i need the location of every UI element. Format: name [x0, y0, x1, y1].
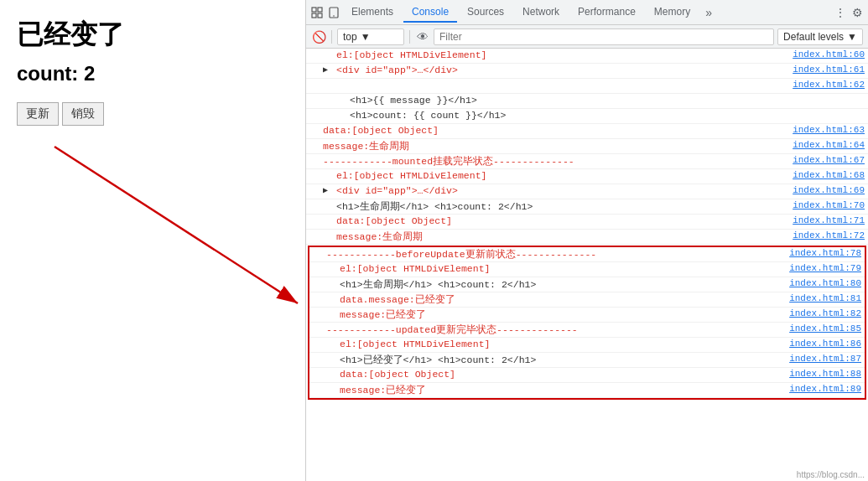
toolbar-separator — [331, 30, 332, 44]
console-lineno[interactable]: index.html:80 — [789, 278, 861, 288]
svg-point-7 — [333, 15, 335, 17]
console-lineno[interactable]: index.html:86 — [789, 339, 861, 349]
tab-network[interactable]: Network — [514, 3, 568, 23]
console-content: <div id="app">…</div> — [333, 185, 786, 196]
console-content: data.message:已经变了 — [336, 293, 782, 306]
context-dropdown-icon: ▼ — [361, 31, 371, 43]
destroy-button[interactable]: 销毁 — [62, 102, 104, 126]
console-content: <h1>count: {{ count }}</h1> — [346, 110, 865, 121]
console-row: index.html:62 — [306, 79, 868, 94]
console-row: message:已经变了index.html:82 — [309, 308, 865, 323]
console-content: <h1>{{ message }}</h1> — [346, 95, 865, 106]
inspect-icon[interactable] — [309, 5, 325, 20]
expand-arrow[interactable]: ▶ — [323, 65, 331, 75]
expand-arrow[interactable]: ▶ — [323, 185, 331, 195]
console-lineno[interactable]: index.html:89 — [789, 384, 861, 394]
clear-console-icon[interactable]: 🚫 — [311, 29, 326, 44]
levels-dropdown-icon: ▼ — [847, 31, 857, 43]
console-row: el:[object HTMLDivElement]index.html:68 — [306, 169, 868, 184]
console-row: ------------mounted挂载完毕状态--------------i… — [306, 154, 868, 169]
console-content: <h1>生命周期</h1> <h1>count: 2</h1> — [333, 200, 786, 213]
console-output[interactable]: el:[object HTMLDivElement]index.html:60▶… — [306, 49, 868, 481]
tab-sources[interactable]: Sources — [459, 3, 512, 23]
button-group: 更新 销毁 — [17, 102, 288, 126]
console-lineno[interactable]: index.html:87 — [789, 354, 861, 364]
console-lineno[interactable]: index.html:81 — [789, 293, 861, 303]
console-content: ------------beforeUpdate更新前状态-----------… — [323, 248, 782, 261]
console-content: data:[object Object] — [320, 125, 786, 136]
highlighted-section: ------------beforeUpdate更新前状态-----------… — [308, 246, 866, 400]
toolbar-separator2 — [409, 30, 410, 44]
console-lineno[interactable]: index.html:82 — [789, 308, 861, 318]
console-row: ------------updated更新完毕状态--------------i… — [309, 323, 865, 338]
console-row: el:[object HTMLDivElement]index.html:79 — [309, 262, 865, 277]
more-options-icon[interactable]: ⋮ — [833, 5, 848, 20]
settings-icon[interactable]: ⚙ — [850, 5, 865, 20]
console-row: data:[object Object]index.html:63 — [306, 124, 868, 139]
console-content: message:已经变了 — [336, 308, 782, 321]
svg-line-1 — [55, 147, 298, 303]
console-lineno[interactable]: index.html:79 — [789, 263, 861, 273]
console-row: message:生命周期index.html:72 — [306, 230, 868, 245]
console-lineno[interactable]: index.html:72 — [793, 230, 865, 240]
console-lineno[interactable]: index.html:67 — [793, 155, 865, 165]
console-row: ▶<div id="app">…</div>index.html:61 — [306, 64, 868, 79]
console-content: data:[object Object] — [336, 369, 782, 380]
console-content: message:生命周期 — [320, 140, 786, 153]
svg-rect-2 — [312, 8, 316, 12]
console-lineno[interactable]: index.html:62 — [793, 80, 865, 90]
console-lineno[interactable]: index.html:68 — [793, 170, 865, 180]
log-levels-selector[interactable]: Default levels ▼ — [777, 28, 863, 45]
console-content: data:[object Object] — [333, 215, 786, 226]
console-lineno[interactable]: index.html:63 — [793, 125, 865, 135]
tab-memory[interactable]: Memory — [646, 3, 699, 23]
console-row: data:[object Object]index.html:71 — [306, 215, 868, 230]
page-count: count: 2 — [17, 62, 288, 85]
levels-label: Default levels — [783, 31, 844, 43]
console-lineno[interactable]: index.html:69 — [793, 185, 865, 195]
console-content: <h1>生命周期</h1> <h1>count: 2</h1> — [336, 278, 782, 291]
console-lineno[interactable]: index.html:64 — [793, 140, 865, 150]
console-content: <h1>已经变了</h1> <h1>count: 2</h1> — [336, 354, 782, 366]
console-content: ------------mounted挂载完毕状态-------------- — [320, 155, 786, 168]
more-tabs-icon[interactable]: » — [700, 3, 717, 23]
watermark: https://blog.csdn... — [797, 470, 865, 479]
devtools-tabbar: Elements Console Sources Network Perform… — [306, 0, 868, 25]
console-row: message:已经变了index.html:89 — [309, 383, 865, 398]
console-row: ▶<div id="app">…</div>index.html:69 — [306, 184, 868, 199]
page-title: 已经变了 — [17, 17, 288, 54]
console-lineno[interactable]: index.html:78 — [789, 248, 861, 258]
console-lineno[interactable]: index.html:61 — [793, 65, 865, 75]
console-row: ------------beforeUpdate更新前状态-----------… — [309, 247, 865, 262]
context-value: top — [343, 31, 357, 43]
tab-console[interactable]: Console — [403, 3, 457, 23]
console-content: el:[object HTMLDivElement] — [333, 49, 786, 60]
console-content: <div id="app">…</div> — [333, 65, 786, 75]
console-lineno[interactable]: index.html:88 — [789, 369, 861, 379]
eye-icon[interactable]: 👁 — [415, 29, 430, 44]
console-lineno[interactable]: index.html:71 — [793, 215, 865, 225]
console-lineno[interactable]: index.html:85 — [789, 323, 861, 334]
console-row: el:[object HTMLDivElement]index.html:86 — [309, 338, 865, 353]
svg-rect-5 — [318, 13, 322, 18]
console-lineno[interactable]: index.html:70 — [793, 200, 865, 210]
console-row: <h1>count: {{ count }}</h1> — [306, 109, 868, 124]
tab-elements[interactable]: Elements — [343, 3, 402, 23]
console-row: <h1>{{ message }}</h1> — [306, 94, 868, 109]
context-selector[interactable]: top ▼ — [337, 28, 404, 45]
filter-input[interactable] — [434, 28, 774, 45]
console-row: <h1>生命周期</h1> <h1>count: 2</h1>index.htm… — [309, 277, 865, 292]
console-content: el:[object HTMLDivElement] — [336, 263, 782, 274]
console-row: data.message:已经变了index.html:81 — [309, 292, 865, 308]
devtools-panel: Elements Console Sources Network Perform… — [306, 0, 868, 481]
tab-performance[interactable]: Performance — [569, 3, 644, 23]
console-lineno[interactable]: index.html:60 — [793, 49, 865, 59]
console-content: message:生命周期 — [333, 230, 786, 243]
svg-rect-3 — [318, 8, 322, 12]
update-button[interactable]: 更新 — [17, 102, 59, 126]
console-content: el:[object HTMLDivElement] — [336, 339, 782, 349]
console-row: data:[object Object]index.html:88 — [309, 368, 865, 383]
device-icon[interactable] — [326, 5, 341, 20]
console-row: el:[object HTMLDivElement]index.html:60 — [306, 49, 868, 64]
console-content: message:已经变了 — [336, 384, 782, 396]
